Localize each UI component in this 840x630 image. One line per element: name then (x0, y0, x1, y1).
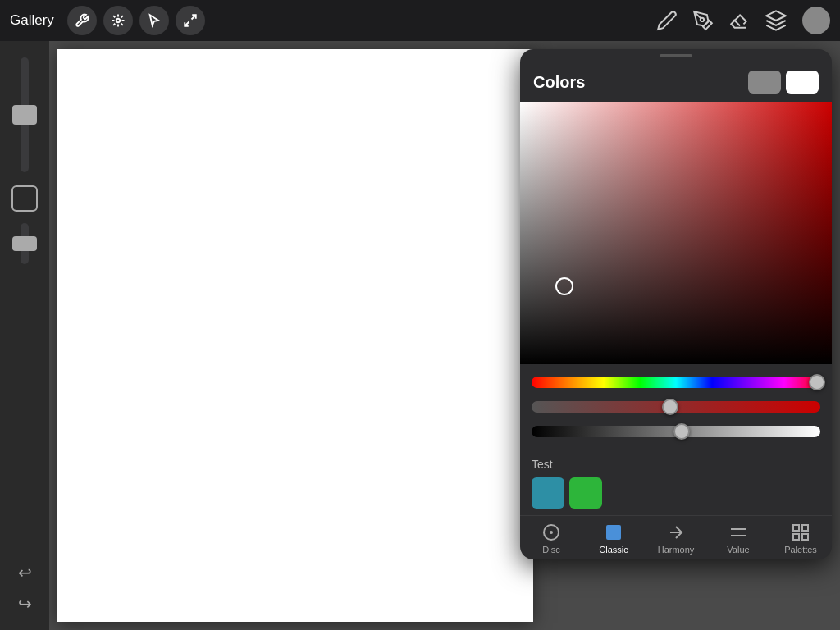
svg-point-3 (701, 18, 704, 21)
layers-icon[interactable] (765, 9, 788, 32)
harmony-tab-icon (666, 523, 686, 542)
undo-redo-group: ↩ ↪ (18, 563, 32, 614)
redo-button[interactable]: ↪ (18, 594, 32, 614)
svg-point-0 (116, 19, 121, 23)
svg-point-6 (550, 532, 552, 533)
val-thumb[interactable] (673, 423, 690, 440)
colors-header: Colors (520, 59, 832, 102)
svg-rect-13 (802, 534, 808, 540)
tab-palettes[interactable]: Palettes (769, 523, 832, 555)
top-toolbar: Gallery (0, 0, 840, 41)
palettes-tab-label: Palettes (784, 545, 817, 555)
hue-track (532, 377, 820, 388)
transform-button[interactable] (176, 6, 205, 35)
picker-cursor (555, 277, 573, 295)
color-swatches (748, 71, 819, 94)
brush-size-thumb[interactable] (12, 105, 37, 125)
transform-icon (183, 13, 198, 28)
tab-classic[interactable]: Classic (582, 523, 645, 555)
wrench-icon (75, 13, 89, 28)
tab-value[interactable]: Value (707, 523, 769, 555)
left-sidebar: ↩ ↪ (0, 41, 49, 630)
drag-handle-bar (660, 54, 692, 57)
toolbar-right (656, 7, 830, 34)
pen-tool-icon[interactable] (692, 10, 714, 31)
palette-label: Test (532, 458, 820, 471)
tab-harmony[interactable]: Harmony (645, 523, 707, 555)
classic-tab-label: Classic (599, 545, 628, 555)
wrench-button[interactable] (67, 6, 97, 35)
palette-section: Test (520, 454, 832, 515)
saturation-slider[interactable] (532, 399, 820, 415)
color-picker-gradient[interactable] (520, 102, 832, 364)
avatar[interactable] (802, 7, 830, 34)
hue-slider[interactable] (532, 374, 820, 390)
classic-tab-icon (604, 523, 623, 542)
svg-rect-12 (793, 534, 799, 540)
eraser-icon[interactable] (728, 10, 750, 31)
active-color-swatch[interactable] (748, 71, 781, 94)
palettes-tab-icon (791, 523, 810, 542)
value-tab-icon (728, 523, 748, 542)
palette-colors (532, 477, 820, 509)
harmony-tab-label: Harmony (658, 545, 695, 555)
undo-button[interactable]: ↩ (18, 563, 32, 582)
selection-icon (147, 13, 162, 28)
selection-button[interactable] (139, 6, 169, 35)
adjust-button[interactable] (103, 6, 133, 35)
disc-tab-icon (541, 523, 561, 542)
colors-panel-title: Colors (533, 73, 585, 92)
tab-bar: Disc Classic Harmony Value (520, 515, 832, 559)
hue-thumb[interactable] (809, 374, 825, 390)
gallery-button[interactable]: Gallery (10, 12, 54, 29)
shape-button[interactable] (11, 185, 38, 212)
value-tab-label: Value (727, 545, 749, 555)
svg-marker-4 (766, 11, 785, 21)
palette-swatch-teal[interactable] (532, 477, 564, 509)
sliders-area (520, 364, 832, 454)
colors-panel: Colors Test (520, 49, 832, 559)
svg-rect-7 (606, 525, 621, 540)
svg-rect-10 (793, 525, 799, 531)
previous-color-swatch[interactable] (786, 71, 819, 94)
opacity-thumb[interactable] (12, 236, 37, 251)
sat-thumb[interactable] (662, 399, 678, 415)
adjust-icon (111, 13, 126, 28)
drag-handle[interactable] (520, 49, 832, 59)
value-slider[interactable] (532, 423, 820, 440)
canvas-paper[interactable] (57, 49, 533, 622)
tab-disc[interactable]: Disc (520, 523, 582, 555)
brush-size-slider[interactable] (21, 57, 29, 172)
opacity-slider[interactable] (21, 223, 29, 264)
disc-tab-label: Disc (542, 545, 559, 555)
svg-rect-11 (802, 525, 808, 531)
pencil-tool-icon[interactable] (656, 10, 678, 31)
palette-swatch-green[interactable] (569, 477, 602, 509)
